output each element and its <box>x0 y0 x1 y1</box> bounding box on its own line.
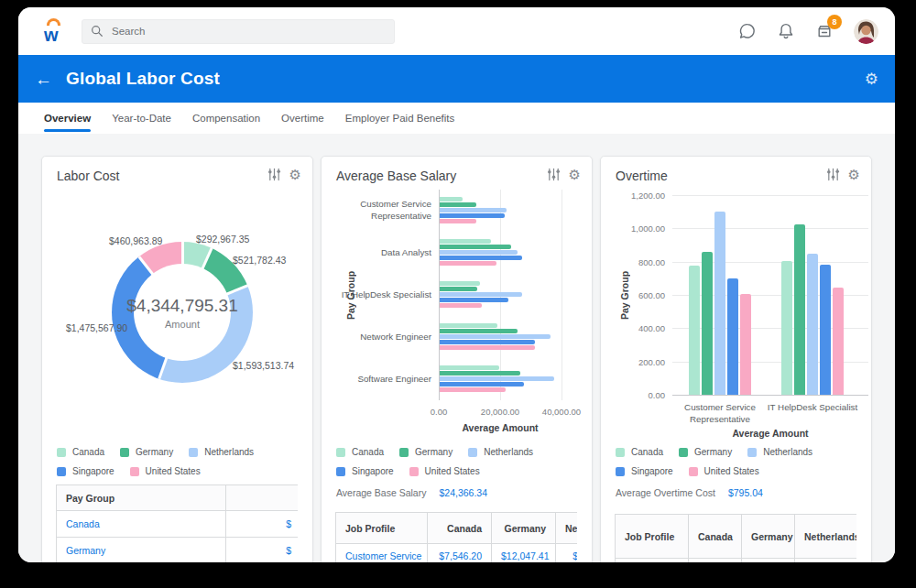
legend-swatch <box>616 467 625 476</box>
search-input[interactable]: Search <box>82 19 395 44</box>
legend-label: Canada <box>352 447 384 457</box>
table-link[interactable]: $12,047.41 <box>492 544 556 563</box>
tab-employer-paid-benefits[interactable]: Employer Paid Benefits <box>345 103 455 134</box>
category-label-software-engineer: Software Engineer <box>322 358 431 400</box>
singapore-bar <box>440 340 535 344</box>
filter-sliders-icon[interactable] <box>267 168 281 181</box>
app-window: w Search <box>18 7 895 562</box>
legend-label: Germany <box>136 447 173 457</box>
header-gear-icon[interactable]: ⚙ <box>865 71 878 87</box>
table-link[interactable]: $ <box>226 511 299 538</box>
donut-center-value: $4,344,795.31 <box>126 296 238 316</box>
x-axis-tick: 40,000.00 <box>525 407 593 417</box>
tab-year-to-date[interactable]: Year-to-Date <box>112 103 171 134</box>
labor-cost-donut-chart: $4,344,795.31Amount <box>112 242 253 383</box>
netherlands-bar <box>440 292 522 297</box>
gridline <box>672 228 868 229</box>
united-states-bar <box>440 303 482 308</box>
legend-label: Netherlands <box>204 447 254 457</box>
notifications-bell-icon[interactable] <box>777 22 795 40</box>
inbox-icon[interactable]: 8 <box>815 22 834 40</box>
legend-item-united-states: United States <box>689 466 759 476</box>
table-link[interactable]: Customer Service <box>336 544 428 563</box>
legend-swatch <box>336 467 345 476</box>
chart-legend: CanadaGermanyNetherlandsSingaporeUnited … <box>616 447 864 476</box>
card-overtime: Overtime ⚙ 0.00200.00400.00600.00800.001… <box>600 156 872 562</box>
canada-bar <box>440 323 497 328</box>
table-link[interactable]: Canada <box>57 511 226 538</box>
summary-value[interactable]: $24,366.34 <box>439 487 487 498</box>
legend-label: Netherlands <box>763 447 812 457</box>
germany-bar <box>440 245 511 249</box>
legend-item-canada: Canada <box>336 447 384 457</box>
legend-label: Netherlands <box>484 447 533 457</box>
back-button[interactable]: ← <box>35 71 52 88</box>
avatar[interactable] <box>854 19 878 44</box>
canada-bar <box>440 365 499 370</box>
table-link[interactable]: $ <box>226 538 299 563</box>
germany-bar <box>440 202 476 207</box>
y-axis-tick: 1,200.00 <box>601 191 665 201</box>
tab-overview[interactable]: Overview <box>44 103 91 134</box>
table-link[interactable]: $7,546.20 <box>428 544 492 563</box>
column-header-pay-group: Pay Group <box>57 485 226 511</box>
top-bar: w Search <box>18 7 895 55</box>
netherlands-bar <box>440 208 507 212</box>
card-title: Labor Cost <box>57 169 119 183</box>
legend-swatch <box>57 448 66 457</box>
legend-swatch <box>130 467 139 476</box>
legend-label: United States <box>704 466 759 476</box>
legend-item-germany: Germany <box>120 447 173 457</box>
workday-logo[interactable]: w <box>43 19 67 44</box>
donut-center-label: Amount <box>165 319 200 330</box>
table-link[interactable]: $21,907. <box>556 544 578 563</box>
singapore-bar <box>440 298 508 302</box>
table-row <box>616 559 857 563</box>
legend-label: Singapore <box>72 466 114 476</box>
card-gear-icon[interactable]: ⚙ <box>289 168 301 181</box>
legend-swatch <box>189 448 198 457</box>
singapore-bar <box>820 265 831 395</box>
legend-item-united-states: United States <box>409 466 480 476</box>
legend-label: Singapore <box>352 466 394 476</box>
summary-value[interactable]: $795.04 <box>728 487 763 498</box>
y-axis-tick: 1,000.00 <box>601 223 665 234</box>
legend-swatch <box>616 448 625 457</box>
legend-item-united-states: United States <box>130 466 201 476</box>
legend-item-germany: Germany <box>399 447 453 457</box>
tab-overtime[interactable]: Overtime <box>281 103 324 134</box>
donut-value-label-singapore: $1,475,567.90 <box>66 322 127 333</box>
category-label-data-analyst: Data Analyst <box>322 232 431 274</box>
x-axis-title: Average Amount <box>439 422 562 433</box>
y-axis-tick: 0.00 <box>601 390 665 400</box>
table-row: Canada$ <box>57 511 299 538</box>
category-label-it-helpdesk-specialist: IT HelpDesk Specialist <box>322 274 431 316</box>
legend-item-singapore: Singapore <box>336 466 394 476</box>
legend-swatch <box>399 448 409 457</box>
legend-label: Germany <box>415 447 453 457</box>
canada-bar <box>689 266 700 395</box>
logo-arc-icon <box>47 18 60 26</box>
summary-label: Average Overtime Cost <box>616 487 715 498</box>
y-axis-tick: 200.00 <box>601 357 665 367</box>
legend-swatch <box>120 448 129 457</box>
pay-group-table: Pay GroupCanada$Germany$ <box>56 485 298 562</box>
germany-bar <box>440 371 520 376</box>
legend-swatch <box>689 467 698 476</box>
table-link[interactable]: Germany <box>57 538 226 563</box>
legend-label: United States <box>425 466 480 476</box>
donut-value-label-germany: $521,782.43 <box>233 255 286 266</box>
legend-item-germany: Germany <box>679 447 732 457</box>
gridline <box>672 395 868 396</box>
tab-compensation[interactable]: Compensation <box>192 103 260 134</box>
germany-bar <box>440 329 518 333</box>
y-axis-title: Pay Group <box>617 195 632 395</box>
legend-label: Singapore <box>631 466 673 476</box>
table-row: Germany$ <box>57 538 299 563</box>
legend-label: United States <box>146 466 201 476</box>
chat-icon[interactable] <box>738 22 757 40</box>
legend-item-canada: Canada <box>57 447 104 457</box>
summary-line: Average Overtime Cost $795.04 <box>616 487 763 498</box>
netherlands-bar <box>440 334 551 339</box>
tab-bar: OverviewYear-to-DateCompensationOvertime… <box>18 103 895 134</box>
